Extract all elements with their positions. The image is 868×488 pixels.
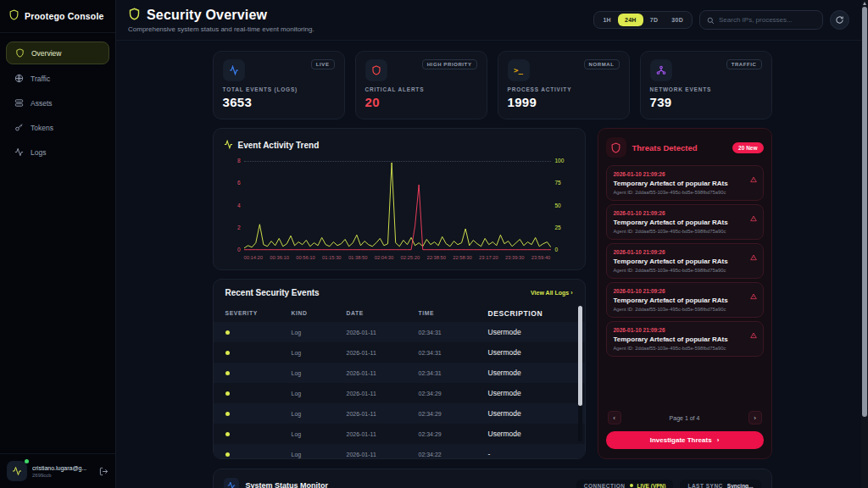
sidebar-user[interactable]: cristiano.lugara@g... 2699ccb	[0, 453, 115, 488]
table-scrollbar[interactable]	[578, 306, 582, 441]
logout-icon[interactable]	[99, 467, 108, 476]
stat-value: 3653	[223, 95, 335, 109]
threats-title: Threats Detected	[632, 143, 698, 152]
page-scrollbar[interactable]	[861, 0, 868, 488]
table-row[interactable]: Log 2026-01-11 02:34:29 Usermode	[214, 424, 585, 444]
recent-events-card: Recent Security Events View All Logs › S…	[213, 279, 586, 459]
app-window: Prootego Console Overview Traffic Assets…	[0, 0, 868, 488]
axis-tick: 02:25:20	[401, 255, 420, 260]
stat-label: PROCESS ACTIVITY	[508, 86, 620, 92]
table-header-row: SEVERITY KIND DATE TIME DESCRIPTION	[214, 304, 585, 322]
stat-label: CRITICAL ALERTS	[365, 86, 477, 92]
prev-page-button[interactable]: ‹	[608, 411, 621, 424]
view-all-logs-link[interactable]: View All Logs ›	[531, 290, 572, 296]
key-icon	[14, 123, 24, 132]
app-logo: Prootego Console	[0, 0, 115, 33]
user-email: cristiano.lugara@g...	[32, 464, 86, 472]
table-row[interactable]: Log 2026-01-11 02:34:31 Usermode	[214, 363, 585, 383]
chart-series-events	[244, 163, 551, 248]
live-dot	[630, 484, 633, 487]
alert-triangle-icon	[750, 249, 757, 264]
threat-item[interactable]: 2026-01-10 21:09:26 Temporary Artefact o…	[606, 165, 764, 201]
sidebar-item-label: Tokens	[31, 124, 53, 132]
online-status-dot	[25, 459, 29, 463]
shield-alert-icon	[606, 137, 626, 158]
sidebar-item-logs[interactable]: Logs	[6, 141, 109, 163]
axis-tick: 23:59:40	[531, 255, 551, 260]
events-title: Recent Security Events	[225, 288, 320, 297]
range-30d-button[interactable]: 30D	[665, 14, 690, 26]
col-date: DATE	[347, 310, 419, 316]
shield-icon	[128, 8, 141, 24]
axis-tick: 75	[555, 180, 561, 186]
stats-row: LIVE TOTAL EVENTS (LOGS) 3653 HIGH PRIOR…	[213, 51, 772, 119]
page-subtitle: Comprehensive system status and real-tim…	[128, 25, 314, 33]
shield-icon	[15, 48, 25, 58]
stat-value: 739	[650, 95, 762, 109]
stat-value: 1999	[508, 95, 620, 109]
investigate-threats-button[interactable]: Investigate Threats›	[606, 431, 764, 449]
alert-triangle-icon	[750, 171, 757, 186]
stat-value: 20	[365, 95, 477, 109]
axis-tick: 100	[555, 158, 565, 164]
sidebar-nav: Overview Traffic Assets Tokens Logs	[0, 33, 115, 171]
stat-badge: LIVE	[311, 59, 335, 69]
axis-tick: 8	[237, 158, 241, 164]
threat-item[interactable]: 2026-01-10 21:09:26 Temporary Artefact o…	[606, 204, 764, 240]
col-severity: SEVERITY	[225, 310, 292, 316]
table-row[interactable]: Log 2026-01-11 02:34:31 Usermode	[214, 342, 585, 363]
sidebar-item-label: Traffic	[31, 75, 50, 83]
sidebar-item-traffic[interactable]: Traffic	[6, 68, 109, 89]
sidebar-item-assets[interactable]: Assets	[6, 92, 109, 114]
axis-tick: 23:39:30	[505, 255, 525, 260]
sidebar-item-tokens[interactable]: Tokens	[6, 117, 109, 138]
stat-card-total-events: LIVE TOTAL EVENTS (LOGS) 3653	[213, 51, 345, 119]
axis-tick: 22:38:50	[426, 255, 446, 260]
last-sync-status: LAST SYNC Syncing...	[680, 480, 760, 488]
scrollbar-thumb[interactable]	[862, 7, 867, 417]
table-row[interactable]: Log 2026-01-11 02:34:29 Usermode	[214, 383, 585, 403]
scroll-up-arrow[interactable]	[863, 2, 866, 5]
chart-left-axis: 86420	[224, 158, 244, 252]
search-input[interactable]	[719, 16, 815, 24]
next-page-button[interactable]: ›	[748, 411, 762, 424]
threats-panel: Threats Detected 20 New 2026-01-10 21:09…	[598, 128, 772, 459]
table-row[interactable]: Log 2026-01-11 02:34:22 -	[214, 444, 585, 459]
threat-item[interactable]: 2026-01-10 21:09:26 Temporary Artefact o…	[606, 321, 764, 357]
severity-dot	[225, 412, 230, 416]
threats-new-badge: 20 New	[732, 142, 763, 153]
page-header: Security Overview Comprehensive system s…	[116, 0, 868, 41]
range-1h-button[interactable]: 1H	[596, 14, 618, 26]
col-description: DESCRIPTION	[488, 309, 573, 318]
threat-item[interactable]: 2026-01-10 21:09:26 Temporary Artefact o…	[606, 282, 764, 318]
severity-dot	[225, 371, 230, 375]
activity-icon	[223, 59, 245, 81]
chart-x-labels: 00:14:2000:36:1000:56:1001:15:3001:38:50…	[244, 255, 551, 260]
sidebar-item-overview[interactable]: Overview	[6, 42, 109, 64]
system-status-card: System Status Monitor CONNECTION LIVE (V…	[213, 469, 772, 488]
table-row[interactable]: Log 2026-01-11 02:34:29 Usermode	[214, 403, 585, 424]
stat-label: TOTAL EVENTS (LOGS)	[223, 86, 335, 92]
time-range-selector: 1H 24H 7D 30D	[593, 11, 693, 29]
axis-tick: 6	[237, 180, 241, 186]
range-7d-button[interactable]: 7D	[643, 14, 665, 26]
event-activity-trend-card: Event Activity Trend 86420 1007550250	[213, 128, 586, 270]
axis-tick: 01:38:50	[348, 255, 368, 260]
refresh-button[interactable]	[830, 10, 849, 30]
events-table: SEVERITY KIND DATE TIME DESCRIPTION Log	[214, 304, 585, 459]
search-icon	[707, 13, 715, 28]
axis-tick: 22:58:30	[453, 255, 472, 260]
chart-plot-area	[244, 158, 551, 252]
server-icon	[14, 98, 24, 108]
threat-item[interactable]: 2026-01-10 21:09:26 Temporary Artefact o…	[606, 243, 764, 279]
table-row[interactable]: Log 2026-01-11 02:34:31 Usermode	[214, 322, 585, 342]
globe-icon	[14, 74, 24, 83]
axis-tick: 25	[555, 225, 561, 230]
alert-triangle-icon	[750, 288, 757, 303]
connection-status: CONNECTION LIVE (VPN)	[576, 480, 674, 488]
stat-badge: HIGH PRIORITY	[422, 59, 477, 69]
main-area: Security Overview Comprehensive system s…	[116, 0, 868, 488]
range-24h-button[interactable]: 24H	[618, 14, 643, 26]
alert-triangle-icon	[750, 210, 757, 225]
content-scroll-area[interactable]: LIVE TOTAL EVENTS (LOGS) 3653 HIGH PRIOR…	[116, 41, 868, 488]
